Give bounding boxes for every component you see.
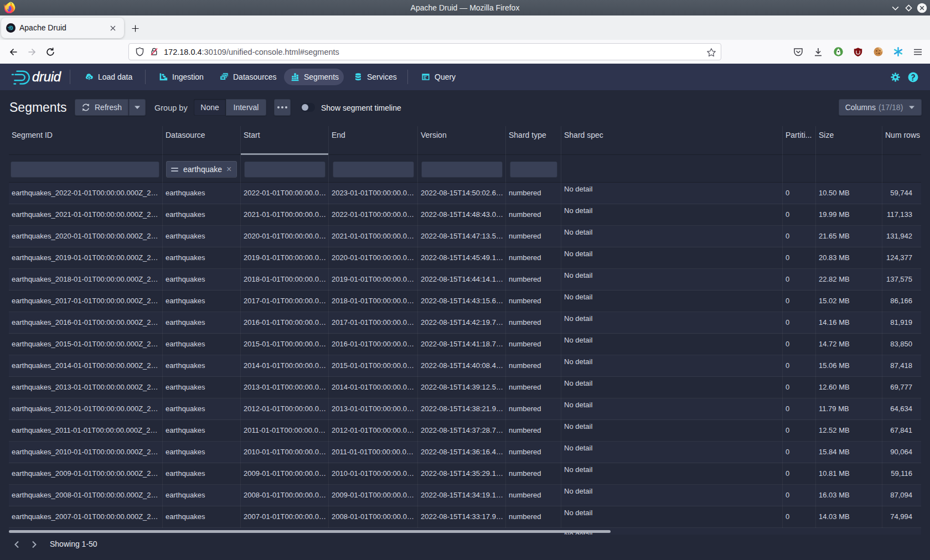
column-header-num-rows[interactable]: Num rows [882,126,921,155]
cell-segment-id: earthquakes_2008-01-01T00:00:00.000Z_2… [9,485,163,506]
cell-datasource: earthquakes [163,506,241,528]
columns-count: (17/18) [879,103,903,112]
prev-page-button[interactable] [9,536,25,553]
menu-hamburger-icon[interactable] [908,42,928,62]
druid-logo[interactable]: druid [11,69,61,85]
nav-item-services[interactable]: Services [354,69,397,85]
nav-item-datasources[interactable]: Datasources [220,69,277,85]
window-maximize-button[interactable] [904,0,913,15]
cell-partiti-: 0 [783,398,816,420]
cell-shard-spec[interactable]: No detail [561,442,783,463]
more-options-button[interactable] [274,99,291,116]
column-header-shard-spec[interactable]: Shard spec [561,126,783,155]
cell-start: 2013-01-01T00:00:00.0… [241,377,329,398]
cell-shard-spec[interactable]: No detail [561,377,783,398]
column-header-segment-id[interactable]: Segment ID [9,126,163,155]
cell-size: 11.79 MB [816,398,882,420]
browser-tab[interactable]: Apache Druid [1,18,124,38]
horizontal-scrollbar[interactable] [9,530,611,533]
cell-shard-spec[interactable]: No detail [561,269,783,291]
bookmark-star-icon[interactable] [706,48,716,58]
next-page-button[interactable] [25,536,42,553]
forward-button[interactable] [23,43,40,60]
cell-shard-spec[interactable]: No detail [561,355,783,377]
cell-partiti-: 0 [783,463,816,485]
cell-shard-type: numbered [506,398,561,420]
window-minimize-button[interactable] [891,0,900,15]
tab-close-button[interactable] [107,22,119,34]
column-header-datasource[interactable]: Datasource [163,126,241,155]
cell-start: 2009-01-01T00:00:00.0… [241,463,329,485]
nav-item-label: Segments [304,72,339,81]
reload-button[interactable] [42,43,59,60]
cell-shard-spec[interactable]: No detail [561,334,783,355]
downloads-icon[interactable] [808,42,828,62]
cell-shard-spec[interactable]: No detail [561,291,783,312]
cell-shard-spec[interactable]: No detail [561,183,783,204]
nav-item-ingestion[interactable]: Ingestion [159,69,204,85]
column-header-size[interactable]: Size [816,126,882,155]
tracking-shield-icon[interactable] [135,47,144,56]
refresh-button[interactable]: Refresh [75,99,128,116]
lock-insecure-icon[interactable] [149,47,159,56]
cell-shard-spec[interactable]: No detail [561,398,783,420]
settings-gear-icon[interactable] [891,72,900,82]
cell-version: 2022-08-15T14:47:13.5… [418,226,506,247]
ublock-origin-icon[interactable] [848,42,868,62]
asterisk-extension-icon[interactable] [888,42,908,62]
window-close-button[interactable] [917,0,927,15]
nav-item-label: Query [435,72,456,81]
cell-end: 2022-01-01T00:00:00.0… [329,204,418,226]
cell-shard-spec[interactable]: No detail [561,420,783,442]
column-header-version[interactable]: Version [418,126,506,155]
cell-end: 2013-01-01T00:00:00.0… [329,398,418,420]
cell-shard-spec[interactable]: No detail [561,226,783,247]
cell-shard-spec[interactable]: No detail [561,506,783,528]
cell-shard-type: numbered [506,485,561,506]
cell-shard-spec[interactable]: No detail [561,463,783,485]
column-header-end[interactable]: End [329,126,418,155]
filter-chip-remove-icon[interactable]: × [226,164,231,174]
segment-timeline-toggle[interactable] [301,103,315,112]
filter-input-version[interactable] [421,161,503,178]
group-by-interval-button[interactable]: Interval [226,99,266,116]
cell-end: 2011-01-01T00:00:00.0… [329,442,418,463]
table-row: earthquakes_2017-01-01T00:00:00.000Z_2…e… [9,291,921,312]
cell-version: 2022-08-15T14:40:08.4… [418,355,506,377]
column-header-start[interactable]: Start [241,126,329,155]
cell-datasource: earthquakes [163,204,241,226]
new-tab-button[interactable] [128,22,142,35]
column-header-shard-type[interactable]: Shard type [506,126,561,155]
cell-num-rows: 87,418 [882,355,921,377]
refresh-dropdown-button[interactable] [128,99,146,116]
group-by-none-button[interactable]: None [194,99,226,116]
nav-item-query[interactable]: Query [421,69,456,85]
help-icon[interactable] [908,72,918,82]
nav-item-segments[interactable]: Segments [284,69,344,85]
filter-input-start[interactable] [244,161,326,178]
filter-input-segment-id[interactable] [11,161,159,178]
url-bar[interactable]: 172.18.0.4:30109/unified-console.html#se… [128,43,721,60]
privacy-badger-icon[interactable] [828,42,848,62]
cookie-extension-icon[interactable] [868,42,888,62]
cell-shard-spec[interactable]: No detail [561,485,783,506]
nav-item-label: Load data [98,72,132,81]
back-button[interactable] [4,43,22,60]
cell-shard-spec[interactable]: No detail [561,312,783,334]
cell-shard-spec[interactable]: No detail [561,247,783,269]
datasource-filter-chip[interactable]: earthquake× [166,161,237,178]
table-row: earthquakes_2007-01-01T00:00:00.000Z_2…e… [9,506,921,528]
nav-item-load-data[interactable]: Load data [85,69,132,85]
cell-segment-id: earthquakes_2009-01-01T00:00:00.000Z_2… [9,463,163,485]
column-header-partiti-[interactable]: Partiti... [783,126,816,155]
filter-input-end[interactable] [333,161,414,178]
cell-shard-type: numbered [506,442,561,463]
cell-num-rows: 87,094 [882,485,921,506]
cell-segment-id: earthquakes_2011-01-01T00:00:00.000Z_2… [9,420,163,442]
cell-num-rows: 131,942 [882,226,921,247]
filter-input-shard-type[interactable] [510,161,557,178]
filter-cell [506,155,561,183]
pocket-icon[interactable] [788,42,808,62]
cell-shard-spec[interactable]: No detail [561,204,783,226]
columns-button[interactable]: Columns (17/18) [839,99,922,116]
